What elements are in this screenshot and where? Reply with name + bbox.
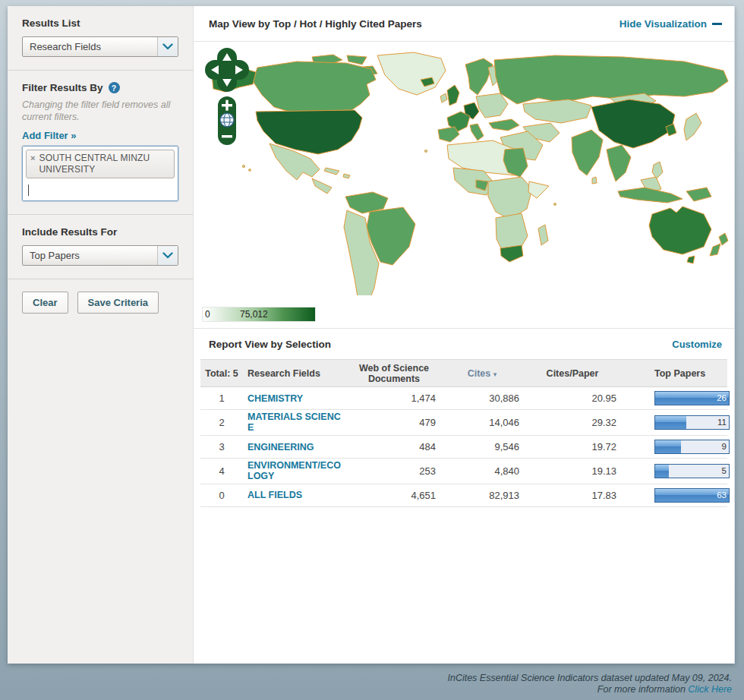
bar-value: 63 [717, 490, 727, 500]
row-documents: 479 [348, 415, 440, 430]
bar-value: 5 [722, 466, 727, 475]
sort-descending-icon: ▾ [493, 370, 497, 378]
filter-input-box[interactable]: × SOUTH CENTRAL MINZU UNIVERSITY [22, 146, 178, 201]
table-row: 2 MATERIALS SCIENCE 479 14,046 29.32 11 [200, 410, 727, 436]
header-cites-label: Cites [468, 368, 491, 379]
table-row: 1 CHEMISTRY 1,474 30,886 20.95 26 [200, 387, 727, 410]
include-results-section: Include Results For Top Papers [8, 215, 193, 279]
results-list-heading: Results List [22, 17, 178, 29]
zoom-in-button-v [225, 100, 228, 111]
text-caret [28, 184, 29, 196]
header-cites-per-paper[interactable]: Cites/Paper [524, 367, 621, 380]
bar-value: 9 [722, 442, 727, 451]
globe-icon [220, 113, 234, 127]
row-documents: 253 [348, 464, 440, 478]
field-link[interactable]: MATERIALS SCIENCE [247, 411, 343, 434]
filter-results-section: Filter Results By ? Changing the filter … [8, 71, 193, 215]
report-header: Report View by Selection Customize [194, 329, 734, 359]
row-cites: 9,546 [440, 440, 524, 454]
hide-visualization-label: Hide Visualization [619, 18, 707, 30]
row-cites: 14,046 [440, 415, 524, 430]
header-wos-documents[interactable]: Web of Science Documents [348, 361, 440, 386]
header-top-papers[interactable]: Top Papers [621, 367, 727, 380]
filter-tag: × SOUTH CENTRAL MINZU UNIVERSITY [26, 150, 175, 178]
click-here-link[interactable]: Click Here [688, 684, 732, 695]
row-cites-per-paper: 19.72 [524, 440, 621, 454]
customize-link[interactable]: Customize [672, 339, 722, 350]
row-rank: 4 [200, 464, 243, 478]
row-documents: 484 [348, 440, 440, 454]
footer-line2: For more information Click Here [447, 684, 732, 695]
map-header: Map View by Top / Hot / Highly Cited Pap… [194, 6, 734, 42]
row-rank: 3 [200, 440, 243, 454]
bar-value: 11 [717, 418, 727, 427]
row-cites: 82,913 [440, 488, 524, 503]
app-window: Results List Research Fields Filter Resu… [8, 6, 735, 664]
row-documents: 1,474 [348, 391, 440, 405]
row-rank: 2 [200, 415, 243, 430]
header-cites-sort[interactable]: Cites ▾ [440, 367, 524, 380]
filter-sidebar: Results List Research Fields Filter Resu… [8, 6, 194, 664]
map-title: Map View by Top / Hot / Highly Cited Pap… [209, 18, 422, 30]
results-list-section: Results List Research Fields [8, 6, 193, 71]
map-visualization[interactable]: 0 75,012 [194, 42, 734, 329]
filter-note-text: Changing the filter field removes all cu… [22, 99, 178, 123]
hide-visualization-link[interactable]: Hide Visualization [619, 18, 722, 30]
chevron-down-icon [157, 246, 178, 265]
row-cites-per-paper: 19.13 [524, 464, 621, 478]
include-results-heading: Include Results For [22, 226, 178, 238]
results-list-dropdown-value: Research Fields [23, 41, 157, 52]
legend-max-value: 75,012 [240, 309, 268, 320]
remove-filter-icon[interactable]: × [30, 153, 35, 175]
report-title: Report View by Selection [209, 339, 331, 350]
world-map[interactable] [198, 45, 730, 295]
top-papers-bar: 11 [654, 415, 730, 430]
footer-line2-text: For more information [597, 684, 688, 695]
pan-control [205, 48, 249, 92]
top-papers-bar: 63 [654, 488, 730, 503]
help-icon[interactable]: ? [109, 82, 120, 93]
chevron-down-icon [157, 37, 178, 56]
row-cites-per-paper: 29.32 [524, 415, 621, 430]
table-row: 3 ENGINEERING 484 9,546 19.72 9 [200, 436, 727, 459]
row-cites: 30,886 [440, 391, 524, 405]
zoom-control [218, 96, 236, 145]
include-results-dropdown[interactable]: Top Papers [22, 245, 178, 266]
top-papers-bar: 5 [654, 464, 730, 478]
top-papers-bar: 9 [654, 440, 730, 454]
map-legend: 0 75,012 [202, 307, 316, 322]
field-link[interactable]: ENGINEERING [247, 442, 314, 452]
table-row: 4 ENVIRONMENT/ECOLOGY 253 4,840 19.13 5 [200, 459, 727, 484]
table-header-row: Total: 5 Research Fields Web of Science … [200, 359, 727, 387]
filter-results-heading: Filter Results By [22, 82, 103, 93]
include-results-dropdown-value: Top Papers [23, 250, 157, 261]
row-documents: 4,651 [348, 488, 440, 503]
field-link[interactable]: ALL FIELDS [247, 490, 302, 500]
main-panel: Map View by Top / Hot / Highly Cited Pap… [194, 6, 735, 664]
clear-button[interactable]: Clear [22, 292, 68, 314]
filter-tag-label: SOUTH CENTRAL MINZU UNIVERSITY [39, 153, 169, 175]
row-rank: 0 [200, 488, 243, 503]
minus-icon [712, 23, 722, 25]
field-link[interactable]: ENVIRONMENT/ECOLOGY [247, 460, 343, 482]
add-filter-link[interactable]: Add Filter » [22, 130, 77, 141]
field-link[interactable]: CHEMISTRY [247, 393, 303, 404]
sidebar-buttons: Clear Save Criteria [8, 279, 193, 326]
row-cites-per-paper: 17.83 [524, 488, 621, 503]
results-list-dropdown[interactable]: Research Fields [22, 36, 178, 57]
map-controls [204, 46, 250, 148]
bar-value: 26 [717, 393, 727, 402]
dataset-footer: InCites Essential Science Indicators dat… [447, 673, 732, 696]
results-table: Total: 5 Research Fields Web of Science … [194, 359, 734, 507]
row-cites: 4,840 [440, 464, 524, 478]
header-research-fields[interactable]: Research Fields [243, 367, 348, 380]
row-cites-per-paper: 20.95 [524, 391, 621, 405]
top-papers-bar: 26 [654, 391, 730, 405]
row-rank: 1 [200, 391, 243, 405]
header-total: Total: 5 [200, 367, 243, 380]
footer-line1: InCites Essential Science Indicators dat… [447, 673, 732, 684]
save-criteria-button[interactable]: Save Criteria [77, 292, 159, 314]
zoom-out-button [222, 135, 232, 137]
legend-min-value: 0 [205, 309, 210, 320]
table-row: 0 ALL FIELDS 4,651 82,913 17.83 63 [200, 484, 727, 507]
